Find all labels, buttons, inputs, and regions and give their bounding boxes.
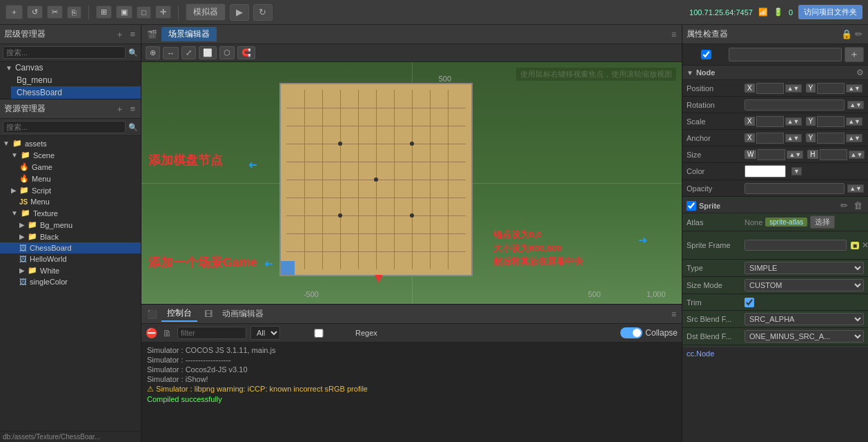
size-h-spin[interactable]: ▲▼	[849, 151, 865, 159]
asset-menu-btn[interactable]: ≡	[128, 103, 137, 115]
asset-game[interactable]: 🔥 Game	[0, 161, 141, 173]
anchor-x-spin[interactable]: ▲▼	[785, 134, 802, 142]
rect-btn[interactable]: □	[137, 6, 151, 19]
console-tab[interactable]: 控制台	[161, 306, 197, 322]
node-enable-checkbox[interactable]	[687, 50, 726, 59]
console-menu-icon[interactable]: ≡	[671, 309, 676, 319]
menu-js-label: Menu	[30, 198, 50, 206]
type-label: Type	[687, 264, 742, 272]
anchor-y-input[interactable]: 0	[817, 133, 845, 144]
asset-bgmenu[interactable]: ▶ 📁 Bg_menu	[0, 219, 141, 231]
asset-scene[interactable]: ▼ 📁 Scene	[0, 149, 141, 161]
asset-black[interactable]: ▶ 📁 Black	[0, 231, 141, 242]
play-btn[interactable]: ▶	[230, 4, 249, 21]
scale-x-input[interactable]: 1	[756, 116, 784, 127]
scene-canvas[interactable]: 使用鼠标右键移视窗焦点，使用滚轮缩放视图	[141, 62, 682, 304]
asset-white[interactable]: ▶ 📁 White	[0, 265, 141, 276]
sprite-enable-checkbox[interactable]	[687, 201, 696, 211]
scene-editor-tab[interactable]: 场景编辑器	[161, 27, 217, 41]
sprite-edit-icon-btn[interactable]: ✏	[839, 200, 849, 211]
layer-add-btn[interactable]: ＋	[114, 28, 126, 41]
scene-tool-move[interactable]: ⊕	[146, 46, 160, 59]
trim-checkbox[interactable]	[744, 298, 754, 307]
size-w-input[interactable]: 600	[758, 149, 785, 160]
asset-add-btn[interactable]: ＋	[114, 103, 126, 115]
prop-scale: Scale X 1 ▲▼ Y 1 ▲▼	[682, 113, 868, 130]
asset-texture[interactable]: ▼ 📁 Texture	[0, 207, 141, 219]
console-regex-checkbox[interactable]	[284, 329, 353, 338]
asset-menu-js[interactable]: JS Menu	[0, 196, 141, 207]
tree-item-bgmenu[interactable]: Bg_menu	[11, 74, 141, 86]
reload-btn[interactable]: ↻	[253, 4, 273, 21]
console-filter-input[interactable]	[177, 327, 246, 339]
scale-x-spin[interactable]: ▲▼	[785, 117, 802, 126]
assets-label: assets	[25, 140, 47, 148]
grid-btn[interactable]: ⊞	[96, 6, 112, 19]
size-mode-select[interactable]: CUSTOM	[744, 279, 864, 291]
size-w-spin[interactable]: ▲▼	[787, 151, 803, 159]
position-y-spin[interactable]: ▲▼	[846, 84, 862, 93]
tree-item-canvas[interactable]: ▼ Canvas	[0, 61, 141, 74]
props-lock-btn[interactable]: 🔒	[840, 29, 854, 39]
size-label: Size	[687, 151, 742, 159]
refresh-btn[interactable]: ↺	[27, 6, 43, 19]
asset-helloworld[interactable]: 🖼 HelloWorld	[0, 253, 141, 265]
opacity-spin[interactable]: ▲▼	[847, 184, 864, 193]
position-x-spin[interactable]: ▲▼	[785, 84, 802, 93]
scale-y-input[interactable]: 1	[817, 116, 845, 127]
size-h-input[interactable]: 600	[820, 149, 847, 160]
scene-tool-rotate[interactable]: ↔	[163, 47, 179, 59]
visit-project-btn[interactable]: 访问项目文件夹	[798, 5, 862, 19]
tree-item-chessboard[interactable]: ChessBoard	[11, 86, 141, 99]
layer-menu-btn[interactable]: ≡	[128, 28, 137, 41]
rotation-spin[interactable]: ▲▼	[847, 101, 864, 109]
chessboard-sprite[interactable]: ▲	[279, 83, 473, 276]
position-x-input[interactable]: -299	[756, 83, 784, 94]
asset-search-input[interactable]	[3, 121, 126, 133]
src-blend-select[interactable]: SRC_ALPHA	[744, 313, 864, 325]
color-dropdown[interactable]: ▼	[791, 167, 802, 175]
collapse-switch[interactable]	[620, 327, 642, 338]
move-btn[interactable]: ✛	[155, 6, 171, 19]
copy-btn[interactable]: ⎘	[67, 6, 81, 19]
chess-v6	[394, 90, 395, 269]
dst-blend-label: Dst Blend F...	[687, 332, 742, 340]
anchor-y-spin[interactable]: ▲▼	[846, 134, 862, 142]
props-edit-btn[interactable]: ✏	[854, 29, 864, 39]
dst-blend-select[interactable]: ONE_MINUS_SRC_A...	[744, 330, 864, 343]
scene-tool-rect[interactable]: ⬜	[199, 46, 217, 59]
asset-menu-scene[interactable]: 🔥 Menu	[0, 173, 141, 184]
chess-v8	[430, 90, 431, 269]
scale-y-spin[interactable]: ▲▼	[846, 117, 862, 126]
scene-tool-snap[interactable]: 🧲	[237, 46, 255, 59]
scene-tool-scale[interactable]: ⤢	[181, 46, 196, 59]
simulator-btn[interactable]: 模拟器	[186, 3, 226, 21]
anchor-x-input[interactable]: 0	[756, 133, 784, 144]
color-swatch[interactable]	[744, 165, 786, 177]
sprite-section: Sprite ✏ 🗑 Atlas None sprite-atlas 选择 Sp…	[682, 197, 868, 347]
sprite-frame-input[interactable]: ChessBoard	[744, 240, 847, 251]
sprite-delete-btn[interactable]: 🗑	[852, 200, 864, 211]
anim-btn[interactable]: ▣	[116, 6, 132, 19]
animation-tab[interactable]: 动画编辑器	[217, 307, 269, 321]
props-add-component-btn[interactable]: ＋	[845, 47, 864, 62]
node-section-gear[interactable]: ⚙	[856, 68, 864, 77]
opacity-input[interactable]: 255	[744, 183, 845, 194]
cut-btn[interactable]: ✂	[47, 6, 63, 19]
layer-search-input[interactable]	[3, 46, 126, 59]
node-name-input[interactable]: ChessBoard	[729, 48, 842, 61]
asset-script[interactable]: ▶ 📁 Script	[0, 184, 141, 196]
type-select[interactable]: SIMPLE	[744, 262, 864, 274]
position-y-input[interactable]: -271	[817, 83, 845, 94]
asset-singlecolor[interactable]: 🖼 singleColor	[0, 276, 141, 287]
console-clear-btn[interactable]: 🗎	[161, 328, 173, 338]
scene-tool-transform[interactable]: ⬡	[219, 46, 235, 59]
anchor-x-label: X	[744, 133, 755, 142]
rotation-input[interactable]: 0	[744, 99, 845, 110]
console-all-select[interactable]: All	[250, 326, 280, 340]
asset-assets[interactable]: ▼ 📁 assets	[0, 137, 141, 149]
atlas-select-btn[interactable]: 选择	[810, 215, 835, 229]
asset-chessboard[interactable]: 🖼 ChessBoard	[0, 242, 141, 253]
new-btn[interactable]: ＋	[6, 5, 23, 19]
scene-menu-icon[interactable]: ≡	[671, 30, 676, 39]
